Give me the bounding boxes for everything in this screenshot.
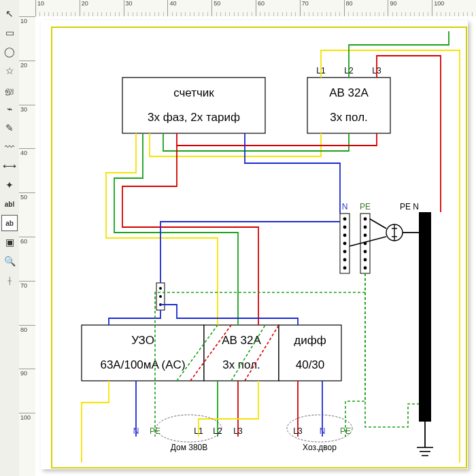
ground-symbol [417,422,433,456]
diff-sub: 40/30 [296,358,325,371]
diff-title: дифф [294,334,326,347]
label-n: N [342,202,348,211]
brk2-sub: 3х пол. [222,358,260,371]
bus-n: N [340,202,350,273]
ruler-icon[interactable]: ⟊ [1,272,18,288]
measure-icon[interactable]: ⟷ [1,158,18,174]
label-house: Дом 380В [171,443,208,452]
uzo-sub: 63A/100мA (AC) [100,358,185,371]
meter-title: счетчик [173,86,214,99]
svg-point-20 [364,267,367,270]
brk2-title: АВ 32А [222,334,261,347]
page: счетчик 3х фаз, 2х тариф АВ 32А 3х пол. … [41,20,468,469]
svg-point-7 [343,226,347,229]
meter-sub: 3х фаз, 2х тариф [148,111,240,124]
svg-point-10 [343,250,347,254]
spiral-icon[interactable]: லு [1,82,18,98]
text-icon[interactable]: abl [1,196,18,212]
svg-point-11 [343,258,347,262]
svg-point-30 [159,287,162,290]
svg-point-12 [343,267,347,270]
label-pe: PE [360,202,371,211]
svg-text:L1: L1 [194,426,203,436]
textbox-icon[interactable]: ab [1,215,18,231]
label-pen: PE N [400,202,419,211]
svg-text:L2: L2 [213,426,222,436]
svg-point-14 [364,218,367,221]
image-icon[interactable]: ▣ [1,234,18,250]
bus-pe: PE [360,202,371,273]
pen-split [350,219,419,246]
breaker-title: АВ 32А [329,86,369,99]
ellipse-icon[interactable]: ◯ [1,44,18,60]
output-house [156,415,222,442]
pointer-icon[interactable]: ↖ [1,5,18,22]
svg-text:L3: L3 [293,426,303,436]
rect-icon[interactable]: ▭ [1,24,18,41]
breaker-sub: 3х пол. [330,111,368,124]
schematic-svg: счетчик 3х фаз, 2х тариф АВ 32А 3х пол. … [41,20,468,469]
mirror-icon[interactable]: ✦ [1,177,18,193]
svg-text:L3: L3 [233,426,243,436]
bus-pen: PE N [400,202,431,422]
freehand-icon[interactable]: 〰 [1,139,18,155]
vertical-toolbar: ↖▭◯☆லு⌁✎〰⟷✦ablab▣🔍⟊ [0,0,20,476]
svg-point-18 [364,250,367,254]
svg-line-27 [370,219,386,228]
svg-rect-21 [419,212,431,422]
svg-point-9 [343,242,347,245]
svg-point-16 [364,234,367,237]
block-diff: дифф 40/30 [279,325,341,381]
bezier-icon[interactable]: ✎ [1,120,18,136]
svg-text:N: N [133,426,139,436]
uzo-title: УЗО [131,334,154,347]
star-icon[interactable]: ☆ [1,63,18,79]
svg-point-15 [364,226,367,229]
ruler-horizontal: 102030405060708090100 [19,0,476,17]
label-yard: Хоз.двор [303,443,337,452]
svg-text:N: N [320,426,326,436]
svg-text:PE: PE [340,426,351,436]
svg-point-6 [343,218,347,221]
svg-point-19 [364,258,367,262]
svg-point-8 [343,234,347,237]
svg-text:PE: PE [150,426,160,436]
ruler-vertical: 102030405060708090100 [19,16,36,476]
zoom-icon[interactable]: 🔍 [1,253,18,269]
block-breaker2: АВ 32А 3х пол. [204,325,279,381]
svg-point-31 [159,295,162,298]
drawing-canvas[interactable]: счетчик 3х фаз, 2х тариф АВ 32А 3х пол. … [35,16,476,476]
polyline-icon[interactable]: ⌁ [1,101,18,117]
block-uzo: УЗО 63A/100мA (AC) [82,325,204,381]
block-meter: счетчик 3х фаз, 2х тариф [122,78,265,133]
terminal-mid [156,283,165,310]
